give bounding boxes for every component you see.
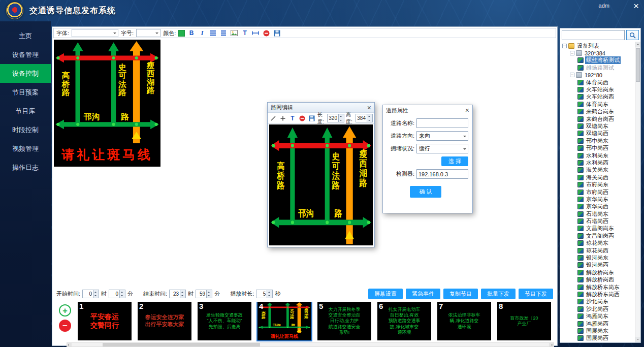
playlist-thumbnail[interactable]: 2春运安全连万家出行平安靠大家	[138, 302, 191, 340]
spinner-down-icon[interactable]	[367, 118, 372, 122]
scroll-up-icon[interactable]	[635, 42, 640, 47]
tree-item[interactable]: 市府岗西	[561, 188, 634, 196]
spinner-down-icon[interactable]	[120, 294, 125, 298]
start-minute-spinner[interactable]: 0	[109, 290, 125, 298]
size-select[interactable]	[136, 29, 160, 37]
tree-item[interactable]: 石塔岗西	[561, 217, 634, 225]
tree-item[interactable]: 解放桥岗东	[561, 269, 634, 276]
spinner-arrows[interactable]	[267, 290, 272, 298]
scrollbar-thumb[interactable]	[103, 343, 260, 346]
text-color-button[interactable]: T	[241, 29, 249, 37]
tree-item[interactable]: 银河岗西	[561, 262, 634, 269]
playlist-thumbnail[interactable]: 8百市政发〔20产业厂	[497, 302, 551, 340]
playlist-thumbnail[interactable]: 3发生轻微交通事故“人不伤、车能动”先拍照、后撤离	[198, 302, 251, 340]
tree-item[interactable]: 解放桥东岗东	[561, 283, 634, 291]
batch-send-button[interactable]: 批量下发	[481, 289, 516, 299]
insert-image-button[interactable]	[230, 29, 238, 37]
sidebar-item-device-management[interactable]: 设备管理	[0, 45, 51, 64]
tree-item[interactable]: 来鹤台岗西	[561, 115, 634, 122]
sidebar-item-program-plan[interactable]: 节目预案	[0, 83, 51, 102]
scroll-right-icon[interactable]	[549, 343, 554, 346]
length-spinner[interactable]: 320	[327, 114, 344, 122]
scroll-down-icon[interactable]	[635, 337, 640, 342]
tree-item[interactable]: 解放桥东岗西	[561, 291, 634, 298]
close-icon[interactable]: ×	[367, 104, 371, 111]
playlist-thumbnail[interactable]: 6扎实开展电动车百日整治,有效预防道路交通事故,净化城市交通环境	[377, 302, 431, 340]
spinner-arrows[interactable]	[367, 114, 372, 122]
horizontal-scrollbar[interactable]	[67, 342, 554, 347]
tree-item[interactable]: 体育岗东	[561, 101, 634, 108]
spinner-down-icon[interactable]	[207, 294, 212, 298]
vertical-scrollbar[interactable]	[635, 42, 640, 342]
font-select[interactable]	[72, 29, 118, 37]
close-icon[interactable]: ×	[465, 107, 469, 114]
spinner-up-icon[interactable]	[339, 114, 344, 118]
playlist-thumbnail[interactable]: 7依法治理非标车辆,净化道路交通环境	[437, 302, 491, 340]
playlist-thumbnail[interactable]: 5大力开展秋冬季交通安全整治百日行动,全力护航道路交通安全形势!	[317, 302, 371, 340]
tree-item[interactable]: 国展岗西	[561, 335, 634, 341]
tree-item[interactable]: 水利岗西	[561, 159, 634, 166]
dialog-titlebar[interactable]: 道路属性 ×	[383, 105, 472, 115]
collapse-icon[interactable]	[570, 51, 574, 55]
spinner-down-icon[interactable]	[267, 294, 272, 298]
spinner-arrows[interactable]	[93, 290, 99, 298]
tree-item[interactable]: 文昌阁岗西	[561, 232, 634, 239]
sidebar-item-operation-log[interactable]: 操作日志	[0, 158, 51, 177]
spinner-down-icon[interactable]	[339, 118, 344, 122]
tree-item[interactable]: 192*80	[561, 72, 634, 79]
spinner-up-icon[interactable]	[93, 290, 99, 294]
measure-button[interactable]	[251, 29, 260, 37]
add-node-button[interactable]	[279, 114, 287, 122]
spinner-up-icon[interactable]	[120, 290, 125, 294]
spinner-arrows[interactable]	[338, 114, 344, 122]
draw-line-button[interactable]	[269, 114, 277, 122]
tree-item[interactable]: 邗中岗西	[561, 144, 634, 151]
tree-item[interactable]: 海关岗西	[561, 174, 634, 181]
italic-button[interactable]: I	[198, 29, 206, 37]
tree-item[interactable]: 鸿雁岗西	[561, 320, 634, 327]
search-button[interactable]	[626, 30, 639, 40]
tree-item[interactable]: 银河岗东	[561, 254, 634, 261]
tree-item[interactable]: 双塘岗西	[561, 130, 634, 137]
tree-item[interactable]: 鸿雁岗东	[561, 312, 634, 320]
sidebar-item-time-control[interactable]: 时段控制	[0, 120, 51, 139]
playlist-thumbnail[interactable]: 4请礼让斑马线	[257, 302, 311, 340]
tree-item[interactable]: 来鹤台岗东	[561, 108, 634, 115]
spinner-arrows[interactable]	[119, 290, 125, 298]
tree-item[interactable]: 火车站岗西	[561, 93, 634, 101]
tree-item[interactable]: 维扬路测试	[561, 64, 634, 71]
scroll-left-icon[interactable]	[67, 343, 72, 346]
color-swatch[interactable]	[178, 30, 185, 37]
collapse-icon[interactable]	[562, 44, 567, 48]
tree-item[interactable]: 双塘岗东	[561, 122, 634, 130]
sidebar-item-device-control[interactable]: 设备控制	[0, 64, 51, 83]
save-button[interactable]	[308, 114, 316, 122]
spinner-down-icon[interactable]	[180, 294, 185, 298]
spinner-up-icon[interactable]	[207, 290, 212, 294]
tree-item[interactable]: 京华岗西	[561, 203, 634, 210]
tree-item[interactable]: 解放桥岗西	[561, 276, 634, 283]
tree-item[interactable]: 京华岗东	[561, 196, 634, 203]
tree-item[interactable]: 海关岗东	[561, 167, 634, 174]
start-hour-spinner[interactable]: 0	[82, 290, 99, 298]
tree-item[interactable]: 火车站岗东	[561, 86, 634, 93]
tree-item[interactable]: 320*384	[561, 49, 634, 56]
spinner-up-icon[interactable]	[367, 114, 372, 118]
road-name-input[interactable]	[416, 118, 468, 128]
detector-input[interactable]	[416, 169, 468, 179]
sidebar-item-program-library[interactable]: 节目库	[0, 102, 51, 120]
delete-button[interactable]	[262, 29, 270, 37]
spinner-up-icon[interactable]	[180, 290, 185, 294]
end-hour-spinner[interactable]: 23	[169, 290, 186, 298]
delete-button[interactable]	[298, 114, 306, 122]
bold-button[interactable]: B	[187, 29, 196, 37]
spinner-arrows[interactable]	[180, 290, 185, 298]
tree-item[interactable]: 水利岗东	[561, 152, 634, 159]
program-send-button[interactable]: 节目下发	[519, 289, 553, 299]
text-tool-button[interactable]: T	[288, 114, 297, 122]
screen-settings-button[interactable]: 屏幕设置	[368, 289, 403, 299]
tree-item[interactable]: 体育岗西	[561, 79, 634, 86]
tree-item[interactable]: 琼花岗西	[561, 247, 634, 254]
sidebar-item-home[interactable]: 主页	[0, 26, 51, 45]
height-spinner[interactable]: 384	[356, 114, 373, 122]
